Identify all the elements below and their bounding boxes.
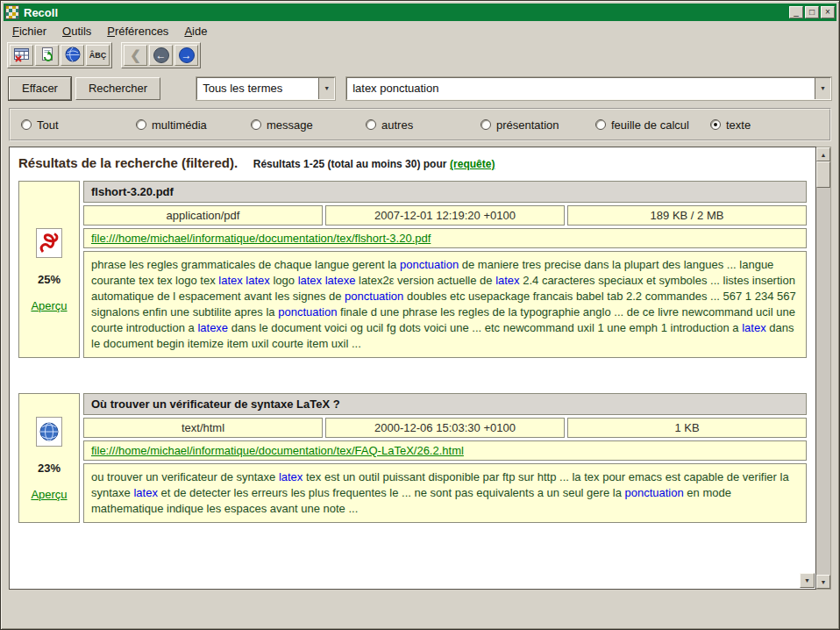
menu-preferences[interactable]: Préférences [107,25,168,38]
result-mime: text/html [83,418,323,438]
result-url-row: file:///home/michael/informatique/docume… [83,228,807,248]
window-title: Recoll [24,6,785,19]
prev-page-button[interactable]: ← [149,45,173,66]
search-mode-arrow-button[interactable]: ▼ [318,78,334,99]
scroll-track[interactable] [816,188,830,575]
highlighted-term: latex [279,470,303,483]
preview-link[interactable]: Aperçu [31,488,67,501]
results-header: Résultats de la recherche (filtered). Ré… [10,147,815,174]
filter-texte[interactable]: texte [710,118,825,132]
maximize-button[interactable]: □ [805,6,819,18]
menu-aide[interactable]: Aide [184,25,207,38]
scroll-down-button[interactable]: ▼ [816,575,830,589]
result-size: 1 KB [567,418,807,438]
menu-fichier[interactable]: Fichier [12,25,46,38]
preview-link[interactable]: Aperçu [31,299,67,312]
results-pane: Résultats de la recherche (filtered). Ré… [9,147,816,590]
highlighted-term: latex [742,321,765,334]
results-title: Résultats de la recherche (filtered). [18,155,238,170]
scroll-thumb[interactable] [816,161,830,188]
results-area: Résultats de la recherche (filtered). Ré… [9,147,831,590]
abstract-text: latex2ε version actuelle de [355,274,495,287]
highlighted-term: ponctuation [345,290,403,303]
highlighted-term: latexe [197,321,228,334]
scroll-up-button[interactable]: ▲ [816,147,830,161]
filter-label: multimédia [152,118,207,132]
toolbar-group-main: ÂBÇ [7,42,112,68]
minimize-button[interactable]: _ [789,6,803,18]
next-page-button[interactable]: → [174,45,198,66]
result-card: 23%AperçuOù trouver un vérificateur de s… [18,393,807,523]
filter-feuille-de-calcul[interactable]: feuille de calcul [595,118,710,132]
search-history-arrow-button[interactable]: ▼ [815,78,830,99]
highlighted-term: latex latex [218,274,270,287]
search-mode-value: Tous les termes [197,82,318,95]
inner-scroll-down-button[interactable]: ▼ [800,573,815,588]
search-input[interactable] [347,78,815,99]
filter-multimedia[interactable]: multimédia [136,118,251,132]
result-size: 189 KB / 2 MB [567,205,807,226]
result-side: 25%Aperçu [18,181,80,358]
menubar: Fichier Outils Préférences Aide [4,21,836,41]
result-mime: application/pdf [83,205,323,226]
relevance-percent: 25% [38,273,61,286]
results-summary: Résultats 1-25 (total au moins 30) pour [253,158,447,170]
close-button[interactable]: × [821,6,835,18]
clear-search-button[interactable] [10,45,33,66]
menu-outils[interactable]: Outils [62,25,91,38]
result-abstract: ou trouver un verificateur de syntaxe la… [83,463,807,523]
prev-page-icon: ← [153,47,169,63]
result-meta-row: text/html2000-12-06 15:03:30 +01001 KB [83,418,807,438]
search-button[interactable]: Rechercher [75,77,160,100]
abstract-text: phrase les regles grammaticales de chaqu… [91,258,400,271]
first-page-icon: ❮ [130,47,141,63]
results-scrollbar[interactable]: ▲ ▼ [816,147,831,590]
abstract-text: et de detecter les erreurs les plus freq… [158,486,625,499]
filter-presentation[interactable]: présentation [481,118,595,132]
query-details-button[interactable] [61,45,84,66]
filter-autres[interactable]: autres [366,118,481,132]
radio-icon [21,119,32,130]
result-abstract: phrase les regles grammaticales de chaqu… [83,251,807,358]
abstract-text: logo [270,274,298,287]
clear-search-icon [13,47,31,65]
result-url-row: file:///home/michael/informatique/docume… [83,440,807,461]
result-main: Où trouver un vérificateur de syntaxe La… [83,393,807,523]
relevance-percent: 23% [38,462,61,475]
filter-label: autres [381,118,413,132]
radio-icon [595,119,606,130]
highlighted-term: latex [133,486,157,499]
first-page-button[interactable]: ❮ [124,45,147,66]
pdf-icon [34,226,64,260]
category-filter: Tout multimédia message autres présentat… [9,108,831,141]
recoll-window: Recoll _ □ × Fichier Outils Préférences … [0,0,840,630]
titlebar[interactable]: Recoll _ □ × [4,4,836,21]
filter-label: Tout [37,118,59,132]
highlighted-term: latex [495,274,519,287]
term-explorer-button[interactable]: ÂBÇ [86,45,110,66]
clear-button[interactable]: Effacer [9,77,71,100]
highlighted-term: latex latexe [298,274,356,287]
filter-tout[interactable]: Tout [21,118,136,132]
result-title: Où trouver un vérificateur de syntaxe La… [83,393,807,415]
filter-label: texte [726,118,751,132]
search-mode-select[interactable]: Tous les termes ▼ [196,77,335,100]
result-date: 2007-12-01 12:19:20 +0100 [325,205,565,226]
result-url-link[interactable]: file:///home/michael/informatique/docume… [91,232,431,245]
radio-icon [251,119,261,130]
update-index-button[interactable] [35,45,59,66]
term-explorer-icon: ÂBÇ [89,51,107,60]
abstract-text: ou trouver un verificateur de syntaxe [91,470,279,483]
window-controls: _ □ × [789,6,835,18]
filter-label: présentation [496,118,559,132]
filter-message[interactable]: message [251,118,366,132]
result-side: 23%Aperçu [18,393,80,523]
html-icon [34,415,64,448]
highlighted-term: ponctuation [400,258,459,271]
query-link[interactable]: (requête) [450,158,495,170]
update-index-icon [39,47,55,65]
result-url-link[interactable]: file:///home/michael/informatique/docume… [91,444,464,457]
radio-icon [136,119,146,130]
result-card: 25%Aperçuflshort-3.20.pdfapplication/pdf… [18,181,807,358]
result-date: 2000-12-06 15:03:30 +0100 [325,418,565,438]
